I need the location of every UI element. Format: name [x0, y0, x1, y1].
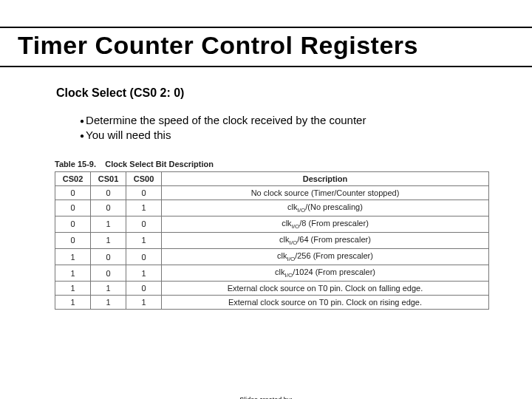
bit-cell: 1 — [55, 282, 91, 296]
bit-cell: 1 — [91, 232, 126, 248]
table-row: 110External clock source on T0 pin. Cloc… — [55, 282, 489, 296]
bullet-text: You will need this — [86, 128, 171, 143]
description-cell: clkI/O/1024 (From prescaler) — [162, 265, 489, 282]
table-row: 011clkI/O/64 (From prescaler) — [55, 232, 489, 248]
bit-cell: 0 — [91, 249, 126, 265]
bullet-icon: ● — [80, 131, 84, 141]
table-row: 001clkI/O/(No prescaling) — [55, 200, 489, 216]
table-caption-label: Table 15-9. — [55, 160, 96, 168]
table-row: 111External clock source on T0 pin. Cloc… — [55, 296, 489, 310]
description-cell: clkI/O/8 (From prescaler) — [162, 216, 489, 232]
slide: Timer Counter Control Registers Clock Se… — [0, 27, 532, 399]
table-row: 000No clock source (Timer/Counter stoppe… — [55, 185, 489, 200]
list-item: ● Determine the speed of the clock recei… — [80, 113, 532, 128]
bit-cell: 1 — [91, 282, 126, 296]
table-row: 010clkI/O/8 (From prescaler) — [55, 216, 489, 232]
bit-cell: 1 — [91, 296, 126, 310]
bit-cell: 0 — [55, 232, 91, 248]
description-cell: No clock source (Timer/Counter stopped) — [162, 185, 489, 200]
table-row: 100clkI/O/256 (From prescaler) — [55, 249, 489, 265]
bullet-list: ● Determine the speed of the clock recei… — [80, 113, 532, 143]
bit-cell: 1 — [126, 265, 162, 282]
footer-line-1: Slides created by: — [0, 396, 532, 400]
description-cell: clkI/O/64 (From prescaler) — [162, 232, 489, 248]
bit-cell: 0 — [126, 216, 162, 232]
table-header-row: CS02 CS01 CS00 Description — [55, 171, 489, 185]
table-row: 101clkI/O/1024 (From prescaler) — [55, 265, 489, 282]
bit-cell: 0 — [126, 185, 162, 200]
bit-cell: 0 — [55, 185, 91, 200]
description-cell: External clock source on T0 pin. Clock o… — [162, 296, 489, 310]
col-header: CS01 — [91, 171, 126, 185]
bit-cell: 1 — [55, 265, 91, 282]
bullet-icon: ● — [80, 116, 84, 126]
table-container: Table 15-9. Clock Select Bit Description… — [55, 160, 489, 310]
bit-cell: 0 — [91, 200, 126, 216]
col-header: CS00 — [126, 171, 162, 185]
bit-cell: 1 — [126, 232, 162, 248]
bit-cell: 1 — [126, 296, 162, 310]
bit-cell: 0 — [126, 249, 162, 265]
bit-cell: 0 — [91, 265, 126, 282]
list-item: ● You will need this — [80, 128, 532, 143]
table-caption-text: Clock Select Bit Description — [105, 160, 214, 168]
bit-cell: 0 — [126, 282, 162, 296]
col-header: CS02 — [55, 171, 91, 185]
title-band: Timer Counter Control Registers — [0, 27, 532, 67]
bit-cell: 1 — [55, 249, 91, 265]
bit-cell: 1 — [91, 216, 126, 232]
bit-cell: 1 — [55, 296, 91, 310]
bit-cell: 0 — [55, 200, 91, 216]
col-header: Description — [162, 171, 489, 185]
bit-cell: 0 — [55, 216, 91, 232]
clock-select-table: CS02 CS01 CS00 Description 000No clock s… — [55, 171, 489, 310]
description-cell: clkI/O/(No prescaling) — [162, 200, 489, 216]
description-cell: clkI/O/256 (From prescaler) — [162, 249, 489, 265]
table-caption: Table 15-9. Clock Select Bit Description — [55, 160, 489, 168]
bit-cell: 0 — [91, 185, 126, 200]
bullet-text: Determine the speed of the clock receive… — [86, 113, 366, 128]
page-title: Timer Counter Control Registers — [18, 31, 532, 60]
description-cell: External clock source on T0 pin. Clock o… — [162, 282, 489, 296]
footer: Slides created by: Professor Ian G. Harr… — [0, 396, 532, 400]
bit-cell: 1 — [126, 200, 162, 216]
subtitle: Clock Select (CS0 2: 0) — [56, 86, 532, 100]
